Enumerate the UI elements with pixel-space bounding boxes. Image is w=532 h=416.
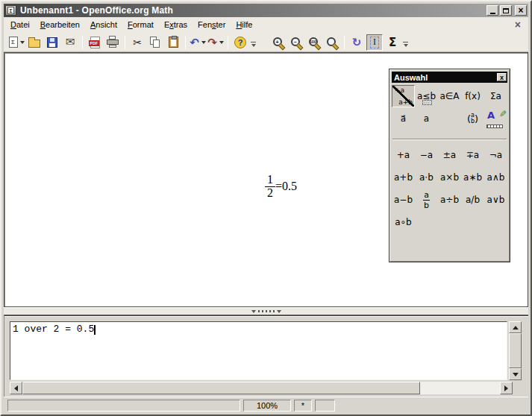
menu-format[interactable]: Format	[122, 19, 159, 31]
menu-fenster[interactable]: Fenster	[193, 19, 231, 31]
minimize-icon	[490, 13, 495, 14]
auswahl-title: Auswahl	[392, 73, 497, 82]
fraction: 1 2	[265, 174, 275, 200]
symbol-minusplus-a[interactable]: ∓a	[461, 144, 484, 166]
copy-button[interactable]	[147, 34, 163, 51]
scroll-up-button[interactable]	[509, 321, 522, 333]
category-operators[interactable]: Σa	[484, 85, 507, 107]
symbol-a-div-b[interactable]: a÷b	[438, 189, 461, 211]
symbol-plus-a[interactable]: +a	[392, 144, 415, 166]
symbol-a-slash-b[interactable]: a/b	[461, 189, 484, 211]
formats-icon: A ✎	[484, 107, 507, 130]
document-close-button[interactable]: ×	[515, 19, 521, 30]
redo-button[interactable]: ↷	[207, 34, 224, 51]
scroll-down-button[interactable]	[509, 368, 522, 380]
zoom-all-button[interactable]	[324, 34, 340, 51]
misc-bubble-icon: ···	[422, 100, 432, 105]
minimize-button[interactable]	[486, 5, 498, 16]
zoom-in-button[interactable]: +	[270, 34, 287, 51]
cut-button[interactable]: ✂	[129, 34, 145, 51]
paste-icon	[169, 37, 178, 48]
fraction-numerator: 1	[265, 174, 275, 186]
vertical-scroll-thumb[interactable]	[509, 333, 522, 368]
zoom-out-button[interactable]: −	[288, 34, 304, 51]
email-button[interactable]: ✉	[62, 34, 78, 51]
toolbar-separator	[185, 36, 186, 49]
menu-ansicht[interactable]: Ansicht	[85, 19, 122, 31]
category-formats[interactable]: A ✎	[484, 107, 507, 130]
vertical-scrollbar[interactable]	[509, 321, 522, 380]
command-input[interactable]: 1 over 2 = 0.5	[10, 321, 507, 380]
formula-cursor-icon: I	[370, 37, 379, 48]
category-set-operations[interactable]: a∈A	[438, 85, 461, 107]
undo-button[interactable]: ↶	[190, 34, 206, 51]
splitter-handle-icon[interactable]	[251, 310, 281, 313]
menubar: Datei Bearbeiten Ansicht Format Extras F…	[4, 17, 528, 33]
horizontal-scrollbar[interactable]	[10, 382, 513, 394]
symbols-button[interactable]: Σ	[384, 34, 401, 51]
window-controls: ×	[486, 5, 527, 16]
a-over-b-icon: a b	[423, 191, 430, 209]
symbol-a-or-b[interactable]: a∨b	[484, 189, 507, 211]
symbol-a-and-b[interactable]: a∧b	[484, 166, 507, 189]
symbol-a-plus-b[interactable]: a+b	[392, 166, 415, 189]
app-icon: Σ	[5, 5, 16, 16]
symbol-a-over-b[interactable]: a b	[415, 189, 438, 211]
symbol-plusminus-a[interactable]: ±a	[438, 144, 461, 166]
formula-cursor-button[interactable]: I	[366, 34, 383, 51]
application-window: Σ Unbenannt1 - OpenOffice.org Math × Dat…	[0, 0, 532, 416]
category-misc[interactable]: a ···	[415, 107, 438, 130]
toolbar-separator	[125, 36, 125, 49]
menu-hilfe[interactable]: Hilfe	[231, 19, 257, 31]
toolbar-overflow-button-2[interactable]	[403, 42, 408, 47]
export-pdf-button[interactable]: PDF	[87, 34, 103, 51]
auswahl-divider	[392, 139, 507, 140]
symbol-a-mult-b[interactable]: a∗b	[461, 166, 484, 189]
menu-datei[interactable]: Datei	[5, 19, 35, 31]
scroll-right-button[interactable]	[500, 382, 513, 394]
titlebar[interactable]: Σ Unbenannt1 - OpenOffice.org Math ×	[4, 4, 528, 17]
symbol-minus-a[interactable]: −a	[415, 144, 438, 166]
help-button[interactable]: ?	[232, 34, 248, 51]
open-button[interactable]	[26, 34, 43, 51]
save-button[interactable]	[44, 34, 60, 51]
category-attributes[interactable]: a⃗	[392, 107, 415, 130]
new-document-button[interactable]: Σ	[8, 34, 25, 51]
symbol-neg-a[interactable]: ¬a	[484, 144, 507, 166]
zoom-all-icon	[327, 37, 336, 46]
update-icon: ↻	[352, 37, 362, 48]
fraction-denominator: 2	[265, 187, 275, 200]
close-icon: ×	[518, 7, 523, 14]
view-splitter[interactable]	[4, 307, 528, 315]
symbol-a-circ-b[interactable]: a∘b	[392, 211, 415, 233]
horizontal-scroll-thumb[interactable]	[22, 382, 420, 394]
category-functions[interactable]: f(x)	[461, 85, 484, 107]
print-button[interactable]	[104, 34, 121, 51]
toolbar-overflow-button[interactable]	[251, 42, 256, 47]
category-unary-binary-operators[interactable]: +a a+b	[392, 85, 415, 107]
paste-button[interactable]	[165, 34, 181, 51]
auswahl-close-button[interactable]: x	[497, 73, 507, 81]
status-zoom[interactable]: 100%	[243, 400, 291, 412]
scroll-left-button[interactable]	[10, 382, 22, 394]
category-brackets[interactable]: ( a b )	[461, 107, 484, 130]
category-empty-slot	[438, 107, 461, 130]
symbol-a-times-b[interactable]: a×b	[438, 166, 461, 189]
maximize-button[interactable]	[500, 5, 512, 16]
symbol-a-cdot-b[interactable]: a⋅b	[415, 166, 438, 189]
menu-extras[interactable]: Extras	[159, 19, 193, 31]
toolbar: Σ ✉ PDF ✂ ↶ ↷ ? +	[4, 33, 528, 52]
auswahl-titlebar[interactable]: Auswahl x	[392, 72, 507, 83]
arrow-up-icon	[513, 326, 519, 330]
menu-bearbeiten[interactable]: Bearbeiten	[35, 19, 85, 31]
overflow-arrow-icon	[404, 44, 408, 47]
toolbar-separator	[344, 36, 345, 49]
close-button[interactable]: ×	[515, 5, 527, 16]
zoom-100-button[interactable]: 100	[306, 34, 322, 51]
open-icon	[28, 40, 40, 48]
formula-rhs: =0.5	[275, 180, 297, 193]
statusbar: 100% *	[4, 397, 528, 413]
symbol-a-minus-b[interactable]: a−b	[392, 189, 415, 211]
update-button[interactable]: ↻	[348, 34, 365, 51]
copy-icon	[150, 37, 161, 48]
